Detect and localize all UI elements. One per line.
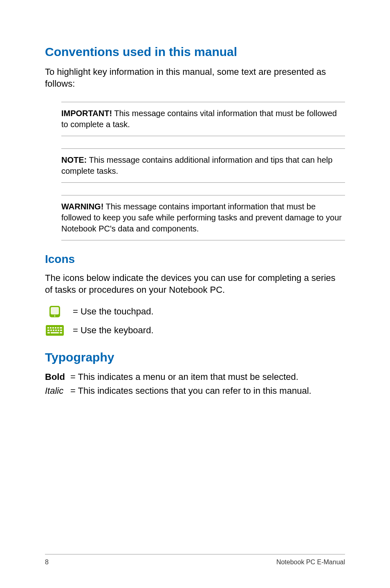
icons-section: Icons The icons below indicate the devic… [45, 253, 345, 337]
warning-box: WARNING! This message contains important… [61, 195, 345, 240]
svg-rect-12 [53, 330, 54, 331]
bold-label: Bold [45, 372, 70, 382]
bold-row: Bold = This indicates a menu or an item … [45, 372, 345, 382]
svg-rect-15 [60, 330, 62, 331]
svg-rect-9 [60, 327, 62, 329]
typography-heading: Typography [45, 350, 345, 364]
warning-label: WARNING! [61, 202, 103, 211]
svg-rect-16 [47, 332, 50, 334]
svg-rect-14 [58, 330, 59, 331]
touchpad-text: = Use the touchpad. [73, 306, 154, 317]
conventions-section: Conventions used in this manual To highl… [45, 45, 345, 240]
note-content: NOTE: This message contains additional i… [61, 155, 345, 177]
note-text: This message contains additional informa… [61, 155, 332, 175]
page-number: 8 [45, 559, 49, 566]
footer-title: Notebook PC E-Manual [276, 559, 345, 566]
svg-rect-10 [47, 330, 49, 331]
italic-label: Italic [45, 386, 70, 396]
keyboard-icon [45, 323, 65, 337]
important-label: IMPORTANT! [61, 109, 112, 118]
italic-row: Italic = This indicates sections that yo… [45, 386, 345, 396]
conventions-heading: Conventions used in this manual [45, 45, 345, 59]
important-box: IMPORTANT! This message contains vital i… [61, 102, 345, 136]
touchpad-row: = Use the touchpad. [45, 305, 345, 319]
svg-rect-5 [50, 327, 52, 329]
svg-rect-17 [51, 332, 59, 334]
icons-intro: The icons below indicate the devices you… [45, 272, 345, 296]
svg-rect-18 [60, 332, 62, 334]
note-box: NOTE: This message contains additional i… [61, 148, 345, 183]
svg-rect-4 [47, 327, 49, 329]
warning-text: This message contains important informat… [61, 202, 342, 233]
note-label: NOTE: [61, 155, 87, 164]
bold-text: = This indicates a menu or an item that … [70, 372, 298, 382]
warning-content: WARNING! This message contains important… [61, 201, 345, 234]
italic-text: = This indicates sections that you can r… [70, 386, 312, 396]
typography-section: Typography Bold = This indicates a menu … [45, 350, 345, 396]
important-content: IMPORTANT! This message contains vital i… [61, 108, 345, 130]
svg-rect-8 [57, 327, 59, 329]
svg-rect-1 [51, 307, 59, 314]
svg-rect-13 [55, 330, 57, 331]
keyboard-text: = Use the keyboard. [73, 325, 154, 336]
keyboard-row: = Use the keyboard. [45, 323, 345, 337]
touchpad-icon [45, 305, 65, 319]
icons-heading: Icons [45, 253, 345, 266]
conventions-intro: To highlight key information in this man… [45, 66, 345, 90]
svg-rect-6 [52, 327, 54, 329]
svg-rect-11 [50, 330, 52, 331]
svg-rect-7 [55, 327, 56, 329]
page-footer: 8 Notebook PC E-Manual [45, 554, 345, 566]
